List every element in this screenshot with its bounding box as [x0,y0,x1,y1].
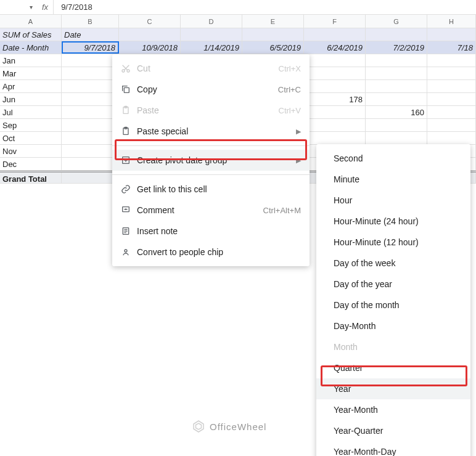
menu-comment[interactable]: Comment Ctrl+Alt+M [112,200,310,221]
pivot-header-row: SUM of Sales Date [0,28,476,41]
submenu-year-month[interactable]: Year-Month [316,399,470,420]
date-col-3[interactable]: 6/5/2019 [242,41,304,54]
submenu-second[interactable]: Second [316,148,470,169]
grand-total-label[interactable]: Grand Total [0,173,62,183]
submenu-month: Month [316,336,470,357]
submenu-year[interactable]: Year [316,378,470,399]
paste-special-icon [121,126,137,136]
date-month-label[interactable]: Date - Month [0,41,62,54]
wheel-icon [191,419,206,434]
submenu-day-of-month[interactable]: Day of the month [316,295,470,316]
menu-divider [112,145,310,146]
svg-rect-2 [124,88,129,92]
submenu-quarter[interactable]: Quarter [316,357,470,378]
submenu-minute[interactable]: Minute [316,169,470,190]
col-header-E[interactable]: E [242,15,304,28]
menu-paste[interactable]: Paste Ctrl+V [112,100,310,121]
context-menu: Cut Ctrl+X Copy Ctrl+C Paste Ctrl+V Past… [112,54,310,266]
people-chip-icon [121,247,137,257]
cut-icon [121,63,137,73]
paste-icon [121,105,137,115]
menu-divider [112,174,310,175]
note-icon [121,226,137,236]
menu-create-pivot-date-group[interactable]: Create pivot date group ▶ [112,150,310,171]
sum-of-sales-label[interactable]: SUM of Sales [0,28,62,41]
col-header-A[interactable]: A [0,15,62,28]
svg-point-10 [125,250,127,252]
chevron-right-icon: ▶ [296,128,301,136]
watermark: OfficeWheel [191,419,266,434]
submenu-hour[interactable]: Hour [316,190,470,211]
menu-people-chip[interactable]: Convert to people chip [112,242,310,263]
svg-marker-12 [196,423,202,430]
date-label[interactable]: Date [62,28,119,41]
link-icon [121,184,137,194]
plus-box-icon [121,155,137,165]
date-col-4[interactable]: 6/24/2019 [304,41,366,54]
col-header-C[interactable]: C [119,15,181,28]
date-col-1[interactable]: 10/9/2018 [119,41,181,54]
date-group-submenu: Second Minute Hour Hour-Minute (24 hour)… [316,144,470,456]
submenu-day-month[interactable]: Day-Month [316,316,470,336]
formula-value[interactable]: 9/7/2018 [54,2,92,12]
comment-icon [121,205,137,215]
menu-insert-note[interactable]: Insert note [112,221,310,242]
submenu-year-quarter[interactable]: Year-Quarter [316,420,470,441]
selected-cell[interactable]: 9/7/2018 [62,41,119,54]
date-col-5[interactable]: 7/2/2019 [366,41,427,54]
copy-icon [121,84,137,94]
date-col-6[interactable]: 7/18 [427,41,476,54]
date-header-row: Date - Month 9/7/2018 10/9/2018 1/14/201… [0,41,476,54]
submenu-year-month-day[interactable]: Year-Month-Day [316,441,470,456]
submenu-hour-minute-24[interactable]: Hour-Minute (24 hour) [316,211,470,232]
col-header-G[interactable]: G [366,15,427,28]
submenu-day-of-year[interactable]: Day of the year [316,274,470,295]
date-col-2[interactable]: 1/14/2019 [181,41,242,54]
fx-dropdown[interactable]: ▾ [25,4,37,10]
col-header-D[interactable]: D [181,15,242,28]
menu-cut[interactable]: Cut Ctrl+X [112,58,310,79]
submenu-hour-minute-12[interactable]: Hour-Minute (12 hour) [316,232,470,253]
col-header-H[interactable]: H [427,15,476,28]
fx-label: fx [37,0,54,14]
col-header-F[interactable]: F [304,15,366,28]
menu-copy[interactable]: Copy Ctrl+C [112,79,310,100]
column-headers: A B C D E F G H [0,15,476,28]
col-header-B[interactable]: B [62,15,119,28]
menu-paste-special[interactable]: Paste special ▶ [112,121,310,142]
svg-marker-11 [194,421,203,432]
submenu-day-of-week[interactable]: Day of the week [316,253,470,274]
menu-get-link[interactable]: Get link to this cell [112,179,310,200]
chevron-right-icon: ▶ [296,157,301,165]
formula-bar: ▾ fx 9/7/2018 [0,0,476,15]
